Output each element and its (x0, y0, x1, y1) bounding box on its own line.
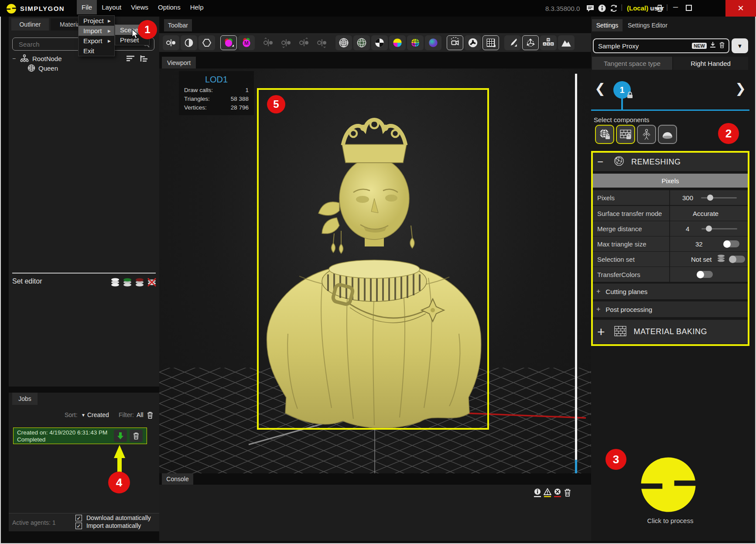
jobs-separator (9, 387, 159, 393)
stat-drawcalls-label: Draw calls: (184, 87, 213, 93)
preset-save-icon[interactable] (709, 41, 716, 50)
compare-next-bottom-icon[interactable] (314, 35, 330, 50)
simplygon-window: SIMPLYGON File Layout Views Options Help… (0, 0, 756, 544)
component-material-button[interactable] (616, 125, 635, 144)
menu-bar: File Layout Views Options Help (77, 0, 209, 14)
tree-collapse-toggle[interactable]: − (12, 55, 16, 62)
process-button[interactable] (639, 455, 698, 516)
menu-layout[interactable]: Layout (97, 0, 126, 14)
checker-sphere-icon[interactable] (371, 35, 388, 50)
menu-options[interactable]: Options (153, 0, 185, 14)
simplygon-logo-icon (6, 3, 17, 16)
textured-globe-icon[interactable] (353, 35, 370, 50)
component-mesh-button[interactable] (595, 125, 614, 144)
uv-color-icon[interactable] (389, 35, 406, 50)
file-menu-project[interactable]: Project▶ (79, 16, 114, 26)
annotation-badge-5: 5 (267, 95, 285, 113)
gizmo-icon[interactable] (522, 35, 539, 50)
menu-views[interactable]: Views (126, 0, 153, 14)
tree-item-queen[interactable]: Queen (38, 65, 58, 72)
tree-item-rootnode[interactable]: RootNode (32, 55, 62, 62)
set-all-icon[interactable] (110, 277, 120, 289)
camera-icon[interactable] (447, 35, 463, 50)
stat-triangles-label: Triangles: (184, 96, 210, 102)
preset-dropdown-button[interactable]: ▼ (732, 38, 748, 53)
console-info-icon[interactable] (534, 488, 541, 500)
info-icon[interactable] (598, 4, 606, 14)
tab-outliner[interactable]: Outliner (11, 18, 49, 31)
job-delete-button[interactable] (130, 430, 143, 442)
minimize-button[interactable]: – (673, 2, 678, 12)
feedback-icon[interactable] (586, 4, 595, 14)
sort-arrow-icon[interactable]: ▼ (81, 413, 86, 417)
set-remove-icon[interactable] (134, 277, 145, 289)
node-graph-icon[interactable] (465, 35, 481, 50)
file-menu-import[interactable]: Import▶ (79, 26, 114, 36)
job-card[interactable]: Created on: 4/19/2020 6:31:43 PM Complet… (13, 428, 147, 444)
jobs-clear-icon[interactable] (147, 411, 154, 420)
file-menu-export[interactable]: Export▶ (79, 36, 114, 46)
console-clear-icon[interactable] (564, 488, 571, 499)
user-scope: (Local) (627, 4, 648, 12)
annotation-arrow-4 (110, 445, 129, 472)
annotation-badge-3: 3 (605, 449, 626, 470)
logout-icon[interactable] (654, 4, 663, 14)
component-skeleton-button[interactable] (637, 125, 656, 144)
tab-settings[interactable]: Settings (592, 19, 623, 31)
grid-icon[interactable] (482, 35, 499, 50)
filter-value[interactable]: All (137, 411, 144, 418)
file-menu-exit[interactable]: Exit (79, 46, 114, 56)
close-button[interactable]: ✕ (725, 0, 756, 17)
wireframe-compare-icon[interactable] (163, 35, 179, 50)
timeline-scrubber[interactable] (575, 74, 577, 460)
import-auto-label: Import automatically (86, 522, 141, 529)
outliner-panel: Outliner Material − RootNode Queen Set e… (9, 17, 159, 531)
shaded-material-icon[interactable] (220, 35, 237, 50)
annotation-badge-2: 2 (718, 123, 739, 144)
job-status-text: Completed (17, 436, 45, 443)
sort-value[interactable]: Created (87, 411, 109, 418)
material-view-icon[interactable]: M (238, 35, 255, 50)
normals-sphere-icon[interactable] (425, 35, 441, 50)
polygon-outline-icon[interactable] (198, 35, 215, 50)
compare-next-top-icon[interactable] (296, 35, 312, 50)
half-shaded-icon[interactable] (181, 35, 197, 50)
wire-globe-icon[interactable] (335, 35, 352, 50)
terrain-icon[interactable] (558, 35, 575, 50)
lod-next-button[interactable]: ❯ (735, 82, 746, 95)
component-shell-button[interactable] (658, 125, 677, 144)
import-auto-checkbox[interactable]: ✓ (75, 523, 82, 529)
compare-prev-top-icon[interactable] (260, 35, 277, 50)
set-clear-icon[interactable] (147, 277, 157, 289)
refresh-icon[interactable] (609, 4, 618, 14)
tab-toolbar: Toolbar (164, 19, 192, 31)
submenu-arrow-icon: ▶ (108, 29, 111, 33)
job-download-button[interactable] (114, 430, 127, 442)
timeline-scrubber-active[interactable] (575, 460, 577, 473)
console-warning-icon[interactable] (544, 488, 551, 500)
tree-view-icon[interactable] (140, 54, 149, 65)
lod-timeline[interactable] (591, 109, 749, 111)
menu-help[interactable]: Help (185, 0, 209, 14)
maximize-button[interactable] (686, 5, 692, 11)
console-panel (159, 485, 591, 541)
tab-settings-editor[interactable]: Settings Editor (628, 22, 667, 29)
console-error-icon[interactable] (554, 488, 561, 500)
compare-prev-bottom-icon[interactable] (278, 35, 294, 50)
viewport-canvas[interactable]: LOD1 Draw calls:1 Triangles:58 388 Verti… (159, 68, 591, 473)
svg-text:D: D (551, 42, 554, 45)
tab-jobs[interactable]: Jobs (12, 393, 38, 405)
wasd-keys-icon[interactable]: WASD (540, 35, 557, 50)
lod-stats-overlay: LOD1 Draw calls:1 Triangles:58 388 Verti… (179, 71, 254, 115)
set-add-icon[interactable] (122, 277, 133, 289)
color-globe-icon[interactable] (407, 35, 424, 50)
lod-prev-button[interactable]: ❮ (595, 82, 605, 95)
menu-file[interactable]: File (77, 0, 97, 14)
download-auto-checkbox[interactable]: ✓ (75, 515, 82, 521)
sort-list-icon[interactable] (126, 54, 135, 65)
brush-icon[interactable] (504, 35, 521, 50)
preset-new-badge: NEW (692, 43, 707, 49)
tangent-space-value[interactable]: Right Handed (673, 57, 748, 70)
preset-selector[interactable]: Sample Proxy NEW (593, 38, 729, 53)
preset-delete-icon[interactable] (719, 41, 725, 50)
